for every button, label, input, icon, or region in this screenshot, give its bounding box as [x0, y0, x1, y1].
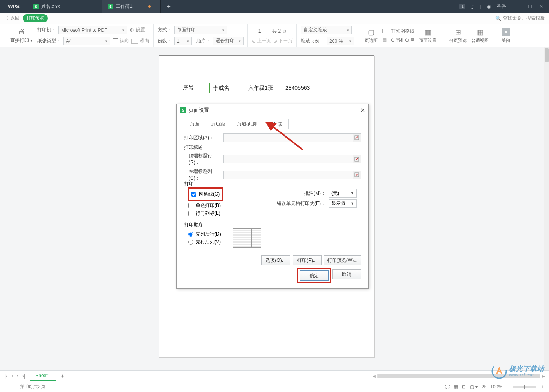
sheet-nav-next[interactable]: ›: [17, 373, 18, 379]
watermark: 极光下载站 www.xz7.com: [491, 363, 544, 379]
eye-icon[interactable]: 👁: [482, 384, 486, 390]
paper-select[interactable]: A4▾: [63, 37, 110, 45]
app-logo[interactable]: WPS: [0, 4, 27, 9]
options-button[interactable]: 选项(O)...: [261, 255, 290, 265]
rowcol-headings-checkbox[interactable]: 行号列标(L): [188, 210, 273, 217]
zoom-out-button[interactable]: −: [506, 384, 509, 390]
print-button[interactable]: 打印(P)...: [293, 255, 322, 265]
dialog-close-button[interactable]: ✕: [360, 107, 365, 114]
apps-icon[interactable]: ⤴: [471, 4, 474, 10]
zoom-slider[interactable]: [513, 386, 536, 388]
cell-class: 六年级1班: [245, 83, 282, 93]
sheet-nav-last[interactable]: ›|: [22, 373, 25, 379]
print-order-group: 打印顺序 先列后行(D) 先行后列(V): [184, 225, 361, 251]
top-rows-input[interactable]: [223, 155, 353, 163]
row-header: 序号: [183, 83, 209, 93]
range-picker-button[interactable]: [353, 133, 361, 142]
page-setup-button[interactable]: ▥ 页面设置: [417, 26, 439, 45]
direct-print-button[interactable]: 🖨 直接打印 ▾: [8, 26, 35, 45]
printer-select[interactable]: Microsoft Print to PDF▾: [58, 26, 127, 34]
watermark-logo: [491, 363, 507, 379]
new-tab-button[interactable]: ＋: [161, 2, 176, 11]
maximize-icon[interactable]: ☐: [528, 4, 532, 9]
prev-page-button[interactable]: ⊙上一页: [252, 38, 271, 44]
username[interactable]: 香香: [497, 3, 506, 10]
scale-input[interactable]: 200 %▾: [327, 37, 354, 45]
blackwhite-checkbox[interactable]: 单色打印(B): [188, 202, 273, 209]
normal-view-button[interactable]: ▦ 普通视图: [469, 26, 491, 45]
printer-settings-button[interactable]: ⚙ 设置: [129, 27, 145, 33]
orientation-landscape[interactable]: 横向: [131, 38, 149, 44]
view-mode-1-icon[interactable]: ▦: [454, 384, 458, 390]
margin-icon: ▢: [367, 28, 376, 36]
page-break-icon: ⊞: [454, 28, 462, 36]
fullscreen-icon[interactable]: ⛶: [445, 384, 450, 390]
sheet-icon: S: [180, 107, 186, 113]
grid-icon[interactable]: [4, 385, 10, 389]
range-picker-button[interactable]: [353, 155, 361, 163]
page-number-input[interactable]: [252, 27, 267, 35]
print-mode-select[interactable]: 单面打印▾: [174, 26, 227, 34]
view-mode-3-icon[interactable]: ▢ ▾: [470, 384, 478, 390]
header-footer-button[interactable]: ▤页眉和页脚: [382, 37, 414, 44]
sheet-nav-first[interactable]: |‹: [5, 373, 7, 379]
zoom-value: 100%: [490, 384, 502, 390]
sheet-icon: S: [33, 4, 39, 9]
errors-select[interactable]: 显示值▼: [329, 199, 357, 208]
close-icon[interactable]: ✕: [539, 4, 543, 9]
print-order-select[interactable]: 逐份打印▾: [213, 37, 244, 45]
printer-label: 打印机：: [37, 27, 56, 33]
tab-headerfooter[interactable]: 页眉/页脚: [231, 118, 263, 129]
comments-select[interactable]: (无)▼: [329, 189, 357, 198]
doc-tab-1[interactable]: S 姓名.xlsx: [27, 0, 86, 13]
zoom-in-button[interactable]: ＋: [540, 383, 545, 390]
tab-page[interactable]: 页面: [184, 118, 205, 129]
page-indicator: 第1页 共2页: [20, 383, 45, 390]
headerfooter-icon: ▤: [382, 37, 387, 43]
paper-label: 纸张类型：: [37, 38, 61, 44]
view-mode-2-icon[interactable]: ⊞: [462, 384, 466, 390]
ok-button[interactable]: 确定: [300, 270, 329, 281]
printer-icon: 🖨: [17, 27, 26, 36]
print-gridlines-check[interactable]: 打印网格线: [382, 28, 414, 34]
minimize-icon[interactable]: —: [516, 4, 521, 9]
print-options-group: 打印 网格线(G) 单色打印(B) 行号列标(L): [184, 184, 361, 221]
next-page-button[interactable]: ⊙下一页: [273, 38, 293, 44]
left-cols-input[interactable]: [223, 171, 353, 179]
landscape-icon: [131, 39, 138, 44]
tab-margin[interactable]: 页边距: [205, 118, 231, 129]
tab-label: 姓名.xlsx: [41, 3, 60, 10]
copies-input[interactable]: 1▾: [174, 37, 192, 45]
range-picker-button[interactable]: [353, 171, 361, 179]
order-preview-icon: [233, 228, 261, 248]
comments-label: 批注(M)：: [273, 190, 325, 197]
page-break-preview-button[interactable]: ⊞ 分页预览: [447, 26, 469, 45]
vertical-scrollbar[interactable]: [544, 47, 549, 370]
orientation-portrait[interactable]: 纵向: [113, 38, 129, 44]
cancel-button[interactable]: 取消: [332, 269, 361, 279]
back-arrow-icon[interactable]: 〈: [4, 15, 9, 22]
toolbar: 🖨 直接打印 ▾ 打印机： Microsoft Print to PDF▾ ⚙ …: [0, 24, 549, 47]
sheet-tab-1[interactable]: Sheet1: [30, 371, 56, 381]
sheet-nav-prev[interactable]: ‹: [11, 373, 13, 379]
add-sheet-button[interactable]: ＋: [56, 372, 69, 380]
errors-label: 错误单元格打印为(E)：: [273, 200, 325, 207]
user-avatar-icon[interactable]: ◉: [487, 4, 491, 9]
subheader: 〈 返回 打印预览 🔍 查找命令、搜索模板: [0, 13, 549, 24]
zoom-preset-select[interactable]: 自定义缩放▾: [301, 26, 352, 34]
print-preview-button[interactable]: 打印预览(W)...: [324, 255, 361, 265]
titlebar: WPS S 姓名.xlsx S 工作簿1 ＋ 1 ⤴ | ◉ 香香 — ☐ ✕: [0, 0, 549, 13]
gridlines-checkbox[interactable]: 网格线(G): [191, 191, 220, 198]
command-search[interactable]: 🔍 查找命令、搜索模板: [495, 15, 545, 22]
margin-button[interactable]: ▢ 页边距: [362, 26, 380, 45]
close-preview-button[interactable]: ✕ 关闭: [499, 26, 513, 45]
order-down-over-radio[interactable]: 先列后行(D): [188, 231, 221, 238]
portrait-icon: [113, 38, 118, 44]
notification-badge[interactable]: 1: [459, 4, 465, 9]
back-button[interactable]: 返回: [10, 15, 20, 22]
sheet-icon: S: [108, 4, 113, 9]
tab-sheet[interactable]: 工作表: [263, 119, 289, 129]
order-over-down-radio[interactable]: 先行后列(V): [188, 239, 221, 245]
print-area-input[interactable]: [223, 133, 353, 142]
doc-tab-2[interactable]: S 工作簿1: [102, 0, 161, 13]
